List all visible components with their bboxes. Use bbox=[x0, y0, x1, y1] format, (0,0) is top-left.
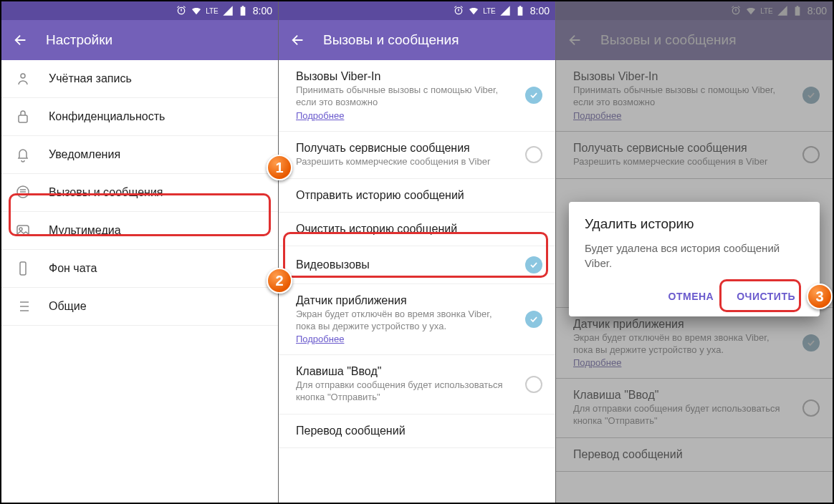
app-bar-title: Настройки bbox=[46, 32, 112, 48]
row-sub: Экран будет отключён во время звонка Vib… bbox=[296, 309, 508, 333]
settings-row-multimedia[interactable]: Мультимедиа bbox=[1, 212, 278, 250]
row-viber-in[interactable]: Вызовы Viber-In Принимать обычные вызовы… bbox=[279, 60, 555, 132]
status-icons: LTE bbox=[453, 5, 526, 16]
toggle-on[interactable] bbox=[525, 311, 542, 328]
back-icon[interactable] bbox=[13, 32, 29, 48]
status-time: 8:00 bbox=[253, 5, 272, 16]
cancel-button[interactable]: ОТМЕНА bbox=[660, 284, 723, 309]
battery-icon bbox=[237, 5, 249, 16]
lte-label: LTE bbox=[483, 7, 496, 15]
row-label: Учётная запись bbox=[49, 72, 265, 85]
alarm-icon bbox=[176, 5, 187, 16]
signal-icon bbox=[222, 5, 234, 16]
row-title: Очистить историю сообщений bbox=[296, 223, 542, 236]
settings-row-privacy[interactable]: Конфиденциальность bbox=[1, 98, 278, 136]
row-send-history[interactable]: Отправить историю сообщений bbox=[279, 179, 555, 213]
status-time: 8:00 bbox=[530, 5, 550, 16]
status-bar: LTE 8:00 bbox=[279, 1, 555, 20]
toggle-off[interactable] bbox=[525, 146, 542, 163]
row-label: Мультимедиа bbox=[49, 224, 265, 237]
settings-row-notifications[interactable]: Уведомления bbox=[1, 136, 278, 174]
settings-row-account[interactable]: Учётная запись bbox=[1, 60, 278, 98]
row-title: Датчик приближения bbox=[296, 294, 508, 307]
chat-icon bbox=[14, 184, 32, 201]
list-icon bbox=[14, 298, 32, 315]
app-bar-title: Вызовы и сообщения bbox=[323, 32, 459, 48]
row-label: Общие bbox=[49, 300, 265, 313]
screen-settings: LTE 8:00 Настройки Учётная запись Конфид… bbox=[1, 1, 279, 503]
row-sub: Разрешить коммерческие сообщения в Viber bbox=[296, 156, 508, 168]
dialog-title: Удалить историю bbox=[585, 216, 804, 232]
step-badge-3: 3 bbox=[807, 284, 833, 309]
toggle-on[interactable] bbox=[525, 87, 542, 104]
row-sub: Принимать обычные вызовы с помощью Viber… bbox=[296, 84, 508, 109]
status-bar: LTE 8:00 bbox=[1, 1, 278, 20]
dialog-actions: ОТМЕНА ОЧИСТИТЬ bbox=[585, 284, 804, 309]
step-badge-2: 2 bbox=[267, 268, 292, 294]
dialog-body: Будет удалена вся история сообщений Vibe… bbox=[585, 241, 804, 271]
wifi-icon bbox=[468, 5, 479, 16]
settings-row-general[interactable]: Общие bbox=[1, 288, 278, 326]
row-label: Вызовы и сообщения bbox=[49, 186, 265, 199]
svg-point-4 bbox=[19, 228, 22, 231]
row-label: Уведомления bbox=[49, 148, 265, 161]
settings-row-calls-messages[interactable]: Вызовы и сообщения bbox=[1, 174, 278, 212]
row-proximity[interactable]: Датчик приближения Экран будет отключён … bbox=[279, 284, 555, 356]
row-translate[interactable]: Перевод сообщений bbox=[279, 415, 555, 448]
row-title: Вызовы Viber-In bbox=[296, 70, 508, 83]
status-icons: LTE bbox=[176, 5, 249, 16]
settings-row-chat-bg[interactable]: Фон чата bbox=[1, 250, 278, 288]
bell-icon bbox=[14, 146, 32, 163]
battery-icon bbox=[514, 5, 526, 16]
row-title: Клавиша "Ввод" bbox=[296, 365, 508, 378]
row-link[interactable]: Подробнее bbox=[296, 110, 508, 121]
row-title: Получать сервисные сообщения bbox=[296, 142, 508, 155]
lock-icon bbox=[14, 108, 32, 125]
phone-bg-icon bbox=[14, 260, 32, 277]
screen-dialog: LTE 8:00 Вызовы и сообщения Вызовы Viber… bbox=[556, 1, 833, 503]
settings-list: Учётная запись Конфиденциальность Уведом… bbox=[1, 60, 278, 503]
row-sub: Для отправки сообщения будет использоват… bbox=[296, 379, 508, 404]
confirm-button[interactable]: ОЧИСТИТЬ bbox=[728, 284, 804, 309]
row-service-messages[interactable]: Получать сервисные сообщения Разрешить к… bbox=[279, 132, 555, 179]
row-enter-key[interactable]: Клавиша "Ввод" Для отправки сообщения бу… bbox=[279, 355, 555, 415]
row-title: Перевод сообщений bbox=[296, 425, 542, 437]
user-icon bbox=[14, 70, 32, 87]
back-icon[interactable] bbox=[290, 32, 306, 48]
toggle-on[interactable] bbox=[525, 256, 542, 273]
calls-list: Вызовы Viber-In Принимать обычные вызовы… bbox=[279, 60, 555, 503]
app-bar: Настройки bbox=[1, 20, 278, 60]
row-title: Отправить историю сообщений bbox=[296, 189, 542, 202]
screen-calls-messages: LTE 8:00 Вызовы и сообщения Вызовы Viber… bbox=[279, 1, 556, 503]
row-clear-history[interactable]: Очистить историю сообщений bbox=[279, 213, 555, 246]
row-link[interactable]: Подробнее bbox=[296, 334, 508, 344]
lte-label: LTE bbox=[206, 7, 219, 15]
alarm-icon bbox=[453, 5, 464, 16]
svg-rect-1 bbox=[19, 115, 27, 122]
row-title: Видеовызовы bbox=[296, 258, 508, 271]
app-bar: Вызовы и сообщения bbox=[279, 20, 555, 60]
row-label: Конфиденциальность bbox=[49, 110, 265, 123]
media-icon bbox=[14, 222, 32, 239]
svg-point-0 bbox=[21, 74, 25, 78]
toggle-off[interactable] bbox=[525, 376, 542, 393]
svg-rect-3 bbox=[17, 226, 29, 236]
delete-history-dialog: Удалить историю Будет удалена вся истори… bbox=[569, 202, 820, 316]
row-label: Фон чата bbox=[49, 262, 265, 275]
wifi-icon bbox=[191, 5, 202, 16]
signal-icon bbox=[499, 5, 511, 16]
row-video-calls[interactable]: Видеовызовы bbox=[279, 246, 555, 284]
svg-rect-5 bbox=[20, 262, 26, 275]
step-badge-1: 1 bbox=[267, 155, 292, 180]
